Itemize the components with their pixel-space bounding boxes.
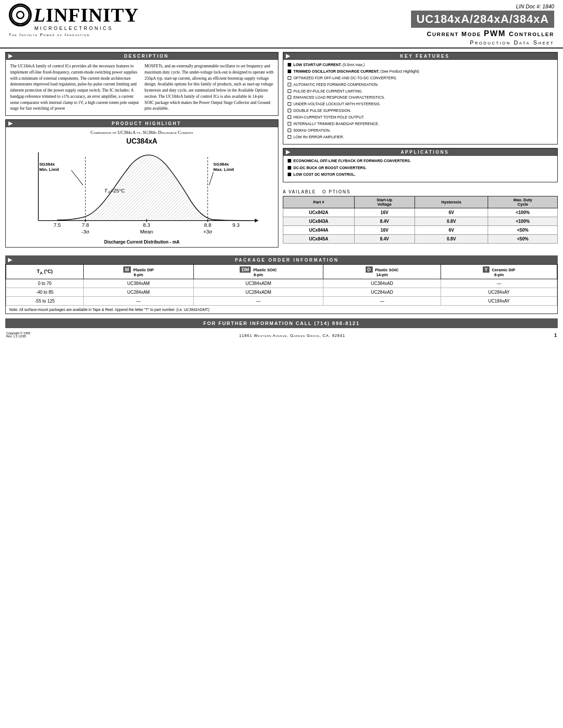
feature-item: PULSE-BY-PULSE CURRENT LIMITING. bbox=[288, 89, 553, 94]
outline-bullet-icon bbox=[288, 76, 291, 80]
options-cell: 0.8V bbox=[415, 235, 488, 244]
pkg-col-dm: DM Plastic SOIC8-pin bbox=[193, 265, 323, 279]
options-col-startup: Start-UpVoltage bbox=[354, 196, 415, 208]
package-cell: — bbox=[84, 297, 193, 306]
prod-data-sheet: Production Data Sheet bbox=[411, 39, 554, 46]
svg-text:8.3: 8.3 bbox=[143, 222, 151, 228]
feature-item: DOUBLE PULSE SUPPRESSION. bbox=[288, 108, 553, 114]
options-row: UCx844A16V6V<50% bbox=[283, 226, 558, 235]
package-cell: UC384xAM bbox=[84, 279, 193, 288]
options-cell: UCx845A bbox=[283, 235, 355, 244]
pkg-col-y: Y Ceramic DIP8-pin bbox=[441, 265, 557, 279]
package-cell: — bbox=[323, 297, 441, 306]
package-row: -55 to 125———UC184xAY bbox=[6, 297, 557, 306]
outline-bullet-icon bbox=[288, 109, 291, 112]
application-text: DC-DC BUCK OR BOOST CONVERTERS. bbox=[293, 166, 367, 171]
options-cell: 6V bbox=[415, 208, 488, 217]
header-right: LIN Doc #: 1840 UC184xA/284xA/384xA CURR… bbox=[411, 4, 554, 46]
pkg-dm-desc: Plastic SOIC8-pin bbox=[253, 268, 277, 277]
package-cell: — bbox=[193, 297, 323, 306]
applications-list: ECONOMICAL OFF-LINE FLYBACK OR FORWARD C… bbox=[288, 159, 553, 178]
svg-text:8.8: 8.8 bbox=[204, 222, 211, 228]
pkg-y-label: Y bbox=[483, 266, 489, 273]
description-title: DESCRIPTION bbox=[15, 52, 278, 60]
package-order-section: ▶ PACKAGE ORDER INFORMATION TA (°C) M Pl… bbox=[5, 255, 558, 314]
description-col2: MOSFETs, and an externally programmable … bbox=[144, 63, 274, 112]
application-text: ECONOMICAL OFF-LINE FLYBACK OR FORWARD C… bbox=[293, 159, 411, 164]
logo-circle-icon bbox=[9, 4, 32, 26]
outline-bullet-icon bbox=[288, 83, 291, 86]
options-row: UCx843A8.4V0.8V<100% bbox=[283, 217, 558, 226]
package-cell: 0 to 70 bbox=[6, 279, 84, 288]
outline-bullet-icon bbox=[288, 129, 291, 132]
options-cell: UCx844A bbox=[283, 226, 355, 235]
package-cell: UC184xAY bbox=[441, 297, 557, 306]
solid-bullet-icon bbox=[288, 63, 291, 67]
package-tbody: 0 to 70UC384xAMUC384xADMUC384xAD—-40 to … bbox=[6, 279, 557, 306]
discharge-chart: 7.5 7.8 8.3 8.8 9.3 -3σ Mean +3σ T A =25… bbox=[10, 146, 274, 243]
options-cell: 8.4V bbox=[354, 217, 415, 226]
options-col-maxduty: Max. DutyCycle bbox=[488, 196, 558, 208]
copyright-text: Copyright © 1995Rev. 1.2 12/95 bbox=[6, 332, 30, 338]
available-options-title: A VAILABLE O PTIONS bbox=[283, 189, 558, 194]
options-col-hysteresis: Hysteresis bbox=[415, 196, 488, 208]
package-row: 0 to 70UC384xAMUC384xADMUC384xAD— bbox=[6, 279, 557, 288]
options-col-part: Part # bbox=[283, 196, 355, 208]
applications-arrow-icon: ▶ bbox=[283, 148, 293, 156]
feature-text: HIGH-CURRENT TOTEM POLE OUTPUT. bbox=[293, 115, 364, 120]
feature-item: ENHANCED LOAD RESPONSE CHARACTERISTICS. bbox=[288, 95, 553, 100]
svg-point-1 bbox=[17, 11, 24, 18]
package-cell: UC384xAD bbox=[323, 279, 441, 288]
options-cell: <50% bbox=[488, 226, 558, 235]
package-arrow-icon: ▶ bbox=[5, 257, 16, 263]
mode-line: CURRENT MODE PWM CONTROLLER bbox=[411, 29, 554, 38]
package-row: -40 to 85UC284xAMUC284xADMUC284xADUC284x… bbox=[6, 288, 557, 297]
lin-doc-number: LIN Doc #: 1840 bbox=[411, 4, 554, 10]
pkg-col-m: M Plastic DIP8-pin bbox=[84, 265, 193, 279]
pkg-m-label: M bbox=[123, 266, 131, 273]
feature-item: INTERNALLY TRIMMED BANDGAP REFERENCE. bbox=[288, 122, 553, 127]
svg-text:-3σ: -3σ bbox=[81, 229, 89, 234]
feature-text: TRIMMED OSCILLATOR DISCHARGE CURRENT. (S… bbox=[293, 69, 419, 74]
svg-text:Max. Limit: Max. Limit bbox=[213, 167, 234, 172]
feature-text: LOW START-UP CURRENT. (0.5mA max.) bbox=[293, 63, 365, 68]
application-item: ECONOMICAL OFF-LINE FLYBACK OR FORWARD C… bbox=[288, 159, 553, 164]
app-bullet-icon bbox=[288, 166, 291, 170]
pkg-d-label: D bbox=[366, 266, 373, 273]
options-cell: UCx843A bbox=[283, 217, 355, 226]
logo-area: LINFINITY MICROELECTRONICS The Infinite … bbox=[9, 4, 139, 37]
svg-text:=25°C: =25°C bbox=[110, 188, 125, 193]
pwm-text: PWM bbox=[484, 29, 509, 38]
pkg-m-desc: Plastic DIP8-pin bbox=[133, 268, 154, 277]
feature-text: INTERNALLY TRIMMED BANDGAP REFERENCE. bbox=[293, 122, 379, 127]
logo-microelectronics: MICROELECTRONICS bbox=[9, 26, 139, 31]
description-arrow-icon: ▶ bbox=[6, 52, 15, 60]
feature-item: 500KHz OPERATION. bbox=[288, 128, 553, 133]
page-header: LINFINITY MICROELECTRONICS The Infinite … bbox=[0, 0, 563, 48]
options-table-wrapper: Part # Start-UpVoltage Hysteresis Max. D… bbox=[283, 196, 558, 244]
applications-header: ▶ APPLICATIONS bbox=[283, 148, 557, 156]
svg-text:Min. Limit: Min. Limit bbox=[39, 167, 59, 172]
feature-text: PULSE-BY-PULSE CURRENT LIMITING. bbox=[293, 89, 363, 94]
features-arrow-icon: ▶ bbox=[283, 52, 293, 60]
package-cell: UC284xAD bbox=[323, 288, 441, 297]
right-column: ▶ KEY FEATURES LOW START-UP CURRENT. (0.… bbox=[283, 52, 558, 248]
outline-bullet-icon bbox=[288, 122, 291, 126]
current-mode-text: CURRENT MODE bbox=[427, 30, 484, 37]
feature-text: OPTIMIZED FOR OFF-LINE AND DC-TO-DC CONV… bbox=[293, 76, 397, 81]
svg-text:7.8: 7.8 bbox=[82, 222, 89, 228]
feature-item: OPTIMIZED FOR OFF-LINE AND DC-TO-DC CONV… bbox=[288, 76, 553, 81]
options-cell: 0.8V bbox=[415, 217, 488, 226]
options-cell: <50% bbox=[488, 235, 558, 244]
pkg-dm-label: DM bbox=[240, 266, 251, 273]
solid-bullet-icon bbox=[288, 70, 291, 73]
outline-bullet-icon bbox=[288, 135, 291, 139]
feature-item: LOW Ro ERROR AMPLIFIER. bbox=[288, 135, 553, 140]
description-section: ▶ DESCRIPTION The UC184xA family of cont… bbox=[5, 52, 278, 116]
features-list: LOW START-UP CURRENT. (0.5mA max.)TRIMME… bbox=[288, 63, 553, 140]
application-item: LOW COST DC MOTOR CONTROL. bbox=[288, 172, 553, 177]
logo-tagline: The Infinite Power of Innovation bbox=[9, 33, 139, 37]
options-cell: UCx842A bbox=[283, 208, 355, 217]
pkg-col-d: D Plastic SOIC14-pin bbox=[323, 265, 441, 279]
feature-item: HIGH-CURRENT TOTEM POLE OUTPUT. bbox=[288, 115, 553, 120]
